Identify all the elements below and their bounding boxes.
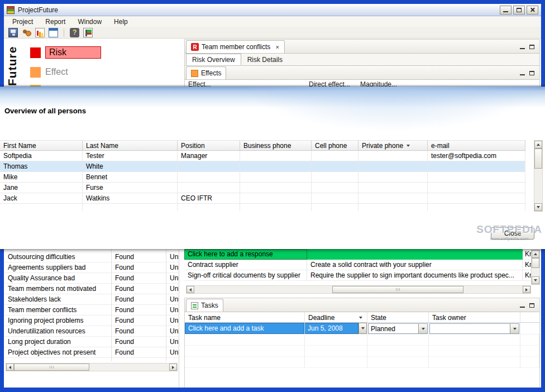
run-icon[interactable] [83,28,93,37]
risk-row[interactable]: Long project durationFoundUnkno [4,337,179,347]
deadline-header-label: Deadline [308,314,334,322]
private-phone-label: Private phone [362,142,403,150]
report-icon[interactable] [49,28,58,37]
tab-risk-details[interactable]: Risk Details [241,54,289,65]
scrollbar-thumb[interactable] [534,149,542,169]
person-row[interactable]: JackWatkinsCEO IFTR [0,193,525,204]
tab-risk-overview[interactable]: Risk Overview [186,54,241,65]
tab-effects[interactable]: Effects [186,66,226,79]
response-row[interactable]: Contract supplier Create a solid contrac… [184,260,540,270]
scroll-down-button[interactable] [532,276,539,284]
tab-close-button[interactable] [275,45,280,50]
owner-combobox[interactable] [429,323,519,334]
chart-icon[interactable] [35,28,45,37]
scrollbar-thumb[interactable] [332,286,463,293]
scrollbar-thumb[interactable] [14,364,89,371]
person-row[interactable]: MikeBennet [0,172,525,183]
risk-row[interactable]: Team members not motivatedFoundUnkno [4,284,179,294]
column-header-task-owner[interactable]: Task owner [429,312,520,323]
column-header-state[interactable]: State [367,312,429,323]
app-logo-icon [7,6,15,14]
person-row[interactable]: JaneFurse [0,183,525,193]
risk-row[interactable]: Team member conflictsFoundUnkno [4,305,179,315]
scrollbar-track[interactable] [194,286,523,293]
column-header-deadline[interactable]: Deadline [305,312,367,323]
state-dropdown-button[interactable] [418,324,427,333]
column-header-business-phone[interactable]: Business phone [240,140,312,151]
legend-item-risk[interactable]: Risk [30,46,101,59]
state-combobox[interactable]: Planned [368,323,428,334]
menu-project[interactable]: Project [6,17,39,27]
scroll-left-button[interactable] [187,286,194,293]
tab-tasks[interactable]: Tasks [186,299,223,312]
column-header-task-name[interactable]: Task name [185,312,305,323]
add-task-cell[interactable]: Click here and add a task [185,323,304,334]
column-header-cell-phone[interactable]: Cell phone [312,140,358,151]
column-header-direct-effect: Direct effect... [309,80,350,87]
view-maximize-icon[interactable] [529,45,534,49]
deadline-dropdown-button[interactable] [358,323,367,334]
risk-row[interactable]: Quality Assurance badFoundUnkno [4,273,179,284]
column-header-first-name[interactable]: First Name [0,140,83,151]
risk-row[interactable]: Project objectives not presentFoundUnkno [4,347,179,358]
help-icon[interactable] [70,28,79,37]
risk-row[interactable]: Agreements suppliers badFoundUnkno [4,262,179,273]
risk-color-swatch [30,47,41,58]
task-deadline-cell[interactable]: Jun 5, 2008 [305,323,358,334]
legend-item-effect[interactable]: Effect [30,66,68,78]
effect-label: Effect [45,66,68,78]
scrollbar-thumb[interactable] [532,258,539,268]
risk-row[interactable]: Underutilization resourcesFoundUnkno [4,326,179,337]
scroll-down-icon [534,279,537,281]
save-icon[interactable] [8,28,18,37]
team-icon[interactable] [22,28,31,37]
scrollbar-track[interactable] [532,258,539,276]
add-response-cell[interactable]: Click here to add a response [184,249,307,260]
view-maximize-icon[interactable] [529,71,534,75]
column-header-last-name[interactable]: Last Name [83,140,178,151]
risk-row[interactable]: Ignoring project problemsFoundUnkno [4,315,179,326]
scroll-right-button[interactable] [523,286,530,293]
menubar: Project Report Window Help [4,16,541,27]
toolbar-separator [64,28,64,37]
risk-row[interactable]: Stakeholders lackFoundUnkno [4,294,179,305]
dialog-close-button[interactable]: Close [491,227,534,240]
owner-dropdown-button[interactable] [510,324,519,333]
risk-row[interactable]: Outsourcing difficultiesFoundUnkno [4,252,179,262]
scroll-up-button[interactable] [532,250,539,258]
diagram-legend-panel: Future Risk Effect [4,39,179,87]
window-close-button[interactable] [527,6,538,15]
scrollbar-track[interactable] [14,364,169,371]
person-row[interactable]: SoftpediaTesterManagertester@softpedia.c… [0,151,525,161]
view-minimize-icon[interactable] [520,303,525,308]
scroll-right-button[interactable] [169,364,177,371]
column-header-private-phone[interactable]: Private phone [358,140,428,151]
menu-report[interactable]: Report [39,17,71,27]
dropdown-icon [422,328,425,330]
column-header-position[interactable]: Position [178,140,240,151]
person-row-selected[interactable]: ThomasWhite [0,161,525,172]
column-header-email[interactable]: e-mail [428,140,525,151]
responses-horizontal-scrollbar[interactable] [186,285,531,294]
scroll-left-icon [9,366,11,369]
scroll-down-button[interactable] [534,203,542,211]
scroll-up-button[interactable] [534,141,542,149]
persons-vertical-scrollbar[interactable] [534,140,543,212]
add-task-row[interactable]: Click here and add a task Jun 5, 2008 Pl… [185,323,539,334]
titlebar[interactable]: ProjectFuture [4,4,541,16]
window-minimize-button[interactable] [500,6,511,15]
view-minimize-icon[interactable] [520,45,525,49]
scroll-left-button[interactable] [6,364,14,371]
scrollbar-track[interactable] [534,149,542,203]
window-maximize-button[interactable] [513,6,525,15]
tab-team-member-conflicts[interactable]: R Team member conflicts [186,40,285,53]
responses-vertical-scrollbar[interactable] [531,250,540,285]
view-maximize-icon[interactable] [529,303,534,308]
add-response-row[interactable]: Click here to add a response Know [184,249,540,260]
sort-descending-icon [407,145,410,147]
menu-window[interactable]: Window [71,17,108,27]
view-minimize-icon[interactable] [520,71,525,75]
menu-help[interactable]: Help [108,17,134,27]
response-row[interactable]: Sign-off critical documents by supplier … [184,270,540,281]
risk-list-horizontal-scrollbar[interactable] [6,363,178,371]
